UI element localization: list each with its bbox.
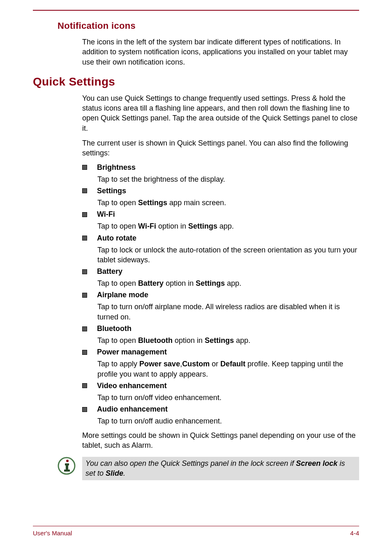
- bullet-icon: [82, 350, 87, 355]
- bullet-icon: [82, 165, 87, 170]
- svg-rect-3: [66, 463, 68, 470]
- svg-point-1: [66, 460, 69, 462]
- text: option in: [156, 222, 188, 230]
- bold-text: Settings: [205, 336, 234, 345]
- setting-wifi: Wi-Fi Tap to open Wi-Fi option in Settin…: [82, 210, 359, 231]
- bold-text: Settings: [196, 279, 225, 287]
- bullet-icon: [82, 188, 87, 193]
- bold-text: Power save: [139, 360, 180, 368]
- setting-airplane: Airplane mode Tap to turn on/off airplan…: [82, 291, 359, 322]
- setting-desc: Tap to turn on/off audio enhancement.: [97, 416, 359, 426]
- text: or: [210, 360, 220, 368]
- setting-desc: Tap to open Bluetooth option in Settings…: [97, 336, 359, 345]
- text: Tap to open: [97, 222, 138, 230]
- setting-desc: Tap to open Settings app main screen.: [97, 198, 359, 208]
- info-icon: [58, 457, 76, 475]
- setting-bluetooth: Bluetooth Tap to open Bluetooth option i…: [82, 324, 359, 345]
- setting-settings: Settings Tap to open Settings app main s…: [82, 187, 359, 208]
- setting-brightness: Brightness Tap to set the brightness of …: [82, 163, 359, 184]
- setting-title: Video enhancement: [97, 382, 167, 390]
- text: Tap to apply: [97, 360, 139, 368]
- bold-text: Bluetooth: [138, 336, 173, 345]
- text: .: [123, 469, 125, 477]
- setting-desc: Tap to open Wi-Fi option in Settings app…: [97, 221, 359, 231]
- setting-autorotate: Auto rotate Tap to lock or unlock the au…: [82, 234, 359, 265]
- bullet-icon: [82, 293, 87, 298]
- setting-title: Audio enhancement: [97, 405, 168, 414]
- footer-left: User's Manual: [33, 530, 72, 537]
- bold-text: Wi-Fi: [138, 222, 156, 230]
- text: app.: [217, 222, 234, 230]
- bullet-icon: [82, 326, 87, 331]
- setting-desc: Tap to apply Power save,Custom or Defaul…: [97, 359, 359, 379]
- bold-text: Battery: [138, 279, 164, 287]
- bold-text: Screen lock: [296, 459, 337, 467]
- bold-text: Settings: [138, 199, 167, 207]
- setting-power: Power management Tap to apply Power save…: [82, 348, 359, 379]
- setting-desc: Tap to open Battery option in Settings a…: [97, 278, 359, 288]
- setting-audio: Audio enhancement Tap to turn on/off aud…: [82, 405, 359, 426]
- notification-paragraph: The icons in the left of the system bar …: [82, 37, 359, 67]
- bullet-icon: [82, 407, 87, 412]
- text: Tap to open: [97, 279, 138, 287]
- quick-settings-para1: You can use Quick Settings to change fre…: [82, 93, 359, 133]
- setting-desc: Tap to turn on/off video enhancement.: [97, 393, 359, 403]
- setting-video: Video enhancement Tap to turn on/off vid…: [82, 382, 359, 403]
- quick-settings-para2: The current user is shown in Quick Setti…: [82, 138, 359, 158]
- svg-rect-4: [64, 470, 70, 472]
- note-block: You can also open the Quick Settings pan…: [58, 457, 359, 480]
- bold-text: Settings: [188, 222, 217, 230]
- bold-text: Default: [220, 360, 245, 368]
- setting-title: Battery: [97, 267, 122, 276]
- page-footer: User's Manual 4-4: [33, 526, 359, 537]
- text: Tap to open: [97, 199, 138, 207]
- heading-notification-icons: Notification icons: [58, 21, 359, 31]
- text: app.: [234, 336, 250, 345]
- heading-quick-settings: Quick Settings: [33, 75, 359, 88]
- note-text: You can also open the Quick Settings pan…: [85, 458, 356, 479]
- setting-desc: Tap to turn on/off airplane mode. All wi…: [97, 302, 359, 322]
- bullet-icon: [82, 236, 87, 241]
- bold-text: Slide: [106, 469, 123, 477]
- text: app main screen.: [167, 199, 226, 207]
- bullet-icon: [82, 383, 87, 388]
- bold-text: Custom: [182, 360, 210, 368]
- quick-settings-para3: More settings could be shown in Quick Se…: [82, 430, 359, 451]
- setting-desc: Tap to set the brightness of the display…: [97, 174, 359, 184]
- setting-title: Power management: [97, 348, 167, 356]
- text: option in: [164, 279, 196, 287]
- setting-title: Bluetooth: [97, 324, 131, 333]
- setting-title: Wi-Fi: [97, 210, 115, 219]
- setting-title: Airplane mode: [97, 291, 148, 299]
- text: app.: [225, 279, 241, 287]
- bullet-icon: [82, 269, 87, 274]
- text: option in: [173, 336, 205, 345]
- footer-right: 4-4: [350, 530, 359, 537]
- setting-title: Brightness: [97, 163, 136, 172]
- text: You can also open the Quick Settings pan…: [85, 459, 296, 467]
- setting-desc: Tap to lock or unlock the auto-rotation …: [97, 245, 359, 265]
- bullet-icon: [82, 212, 87, 217]
- text: Tap to open: [97, 336, 138, 345]
- setting-title: Settings: [97, 187, 126, 195]
- setting-title: Auto rotate: [97, 234, 136, 243]
- setting-battery: Battery Tap to open Battery option in Se…: [82, 267, 359, 288]
